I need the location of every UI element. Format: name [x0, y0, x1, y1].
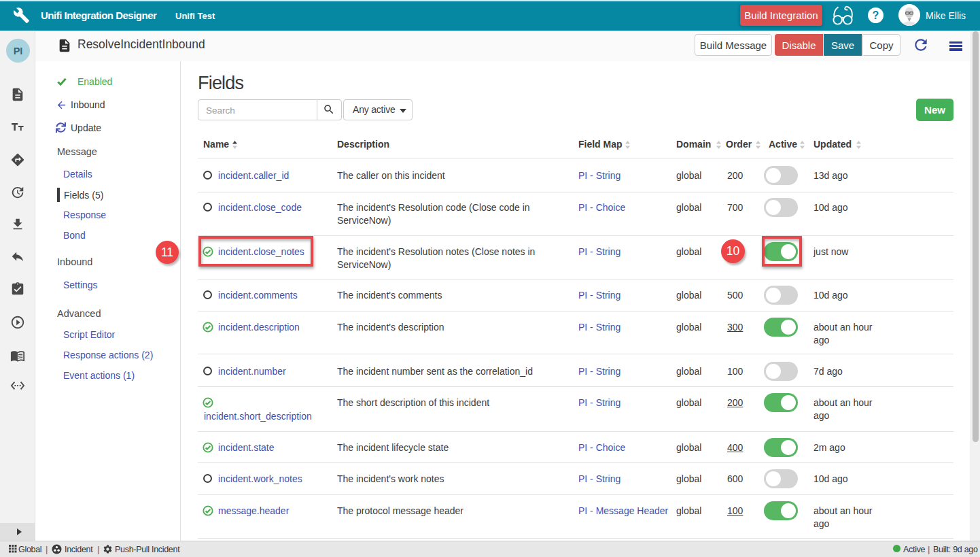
svg-text:?: ? [873, 10, 879, 21]
